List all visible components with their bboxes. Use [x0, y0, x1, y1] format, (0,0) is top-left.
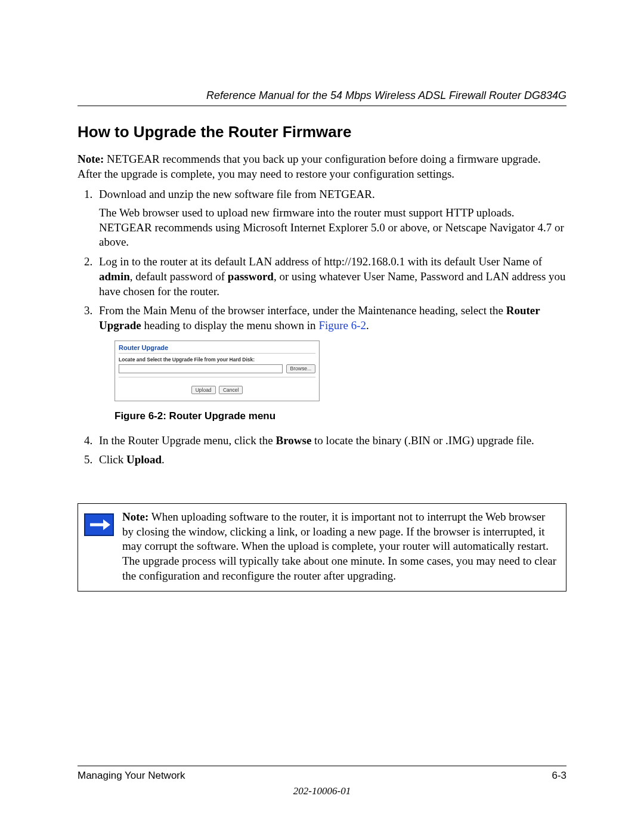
step-2-b: , default password of: [130, 270, 228, 283]
upload-button[interactable]: Upload: [191, 386, 216, 394]
note-label: Note:: [78, 153, 104, 165]
step-4-b: to locate the binary (.BIN or .IMG) upgr…: [311, 434, 534, 447]
footer-chapter: Managing Your Network: [78, 770, 185, 782]
step-5-bold: Upload: [126, 453, 162, 466]
step-2-admin: admin: [99, 270, 130, 283]
upload-warning-callout: Note: When uploading software to the rou…: [78, 503, 566, 591]
panel-title: Router Upgrade: [119, 343, 315, 354]
footer-row: Managing Your Network 6-3: [78, 770, 566, 782]
intro-note: Note: NETGEAR recommends that you back u…: [78, 152, 566, 181]
browse-button[interactable]: Browse...: [286, 364, 315, 373]
section-title: How to Upgrade the Router Firmware: [78, 123, 566, 141]
panel-instruction: Locate and Select the Upgrade File from …: [119, 357, 315, 363]
note-text: NETGEAR recommends that you back up your…: [78, 153, 541, 180]
step-4: In the Router Upgrade menu, click the Br…: [95, 433, 566, 448]
steps-list: Download and unzip the new software file…: [78, 187, 566, 467]
router-upgrade-panel: Router Upgrade Locate and Select the Upg…: [114, 340, 320, 401]
callout-label: Note:: [122, 510, 148, 523]
file-path-input[interactable]: [119, 364, 283, 373]
step-3-c: .: [366, 319, 369, 332]
step-2-a: Log in to the router at its default LAN …: [99, 255, 542, 268]
footer-rule: [78, 766, 566, 766]
step-5-b: .: [162, 453, 165, 466]
step-1-sub: The Web browser used to upload new firmw…: [99, 206, 566, 250]
step-3: From the Main Menu of the browser interf…: [95, 304, 566, 423]
running-header: Reference Manual for the 54 Mbps Wireles…: [78, 89, 566, 106]
figure-caption: Figure 6-2: Router Upgrade menu: [114, 410, 566, 423]
step-2-password: password: [228, 270, 274, 283]
step-3-b: heading to display the menu shown in: [141, 319, 319, 332]
panel-actions: Upload Cancel: [119, 381, 315, 396]
callout-body: When uploading software to the router, i…: [122, 510, 556, 582]
cancel-button[interactable]: Cancel: [219, 386, 243, 394]
callout-text: Note: When uploading software to the rou…: [122, 510, 559, 583]
step-4-bold: Browse: [276, 434, 312, 447]
step-4-a: In the Router Upgrade menu, click the: [99, 434, 276, 447]
arrow-right-icon: [84, 513, 114, 536]
footer-page-number: 6-3: [552, 770, 566, 782]
step-1-main: Download and unzip the new software file…: [99, 188, 375, 200]
figure-link[interactable]: Figure 6-2: [318, 319, 366, 332]
footer-doc-number: 202-10006-01: [78, 785, 566, 797]
page: Reference Manual for the 54 Mbps Wireles…: [0, 0, 644, 833]
figure-6-2: Router Upgrade Locate and Select the Upg…: [114, 340, 566, 401]
step-5-a: Click: [99, 453, 126, 466]
file-row: Browse...: [119, 364, 315, 377]
svg-marker-1: [103, 519, 110, 530]
step-5: Click Upload.: [95, 453, 566, 467]
step-2: Log in to the router at its default LAN …: [95, 255, 566, 299]
step-1: Download and unzip the new software file…: [95, 187, 566, 250]
page-footer: Managing Your Network 6-3 202-10006-01: [78, 766, 566, 797]
step-3-a: From the Main Menu of the browser interf…: [99, 304, 506, 317]
